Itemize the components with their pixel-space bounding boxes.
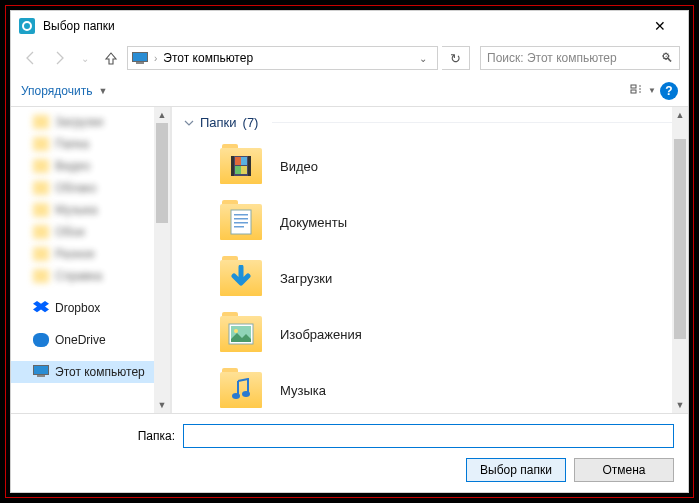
folder-item[interactable]: Музыка (220, 362, 688, 413)
nav-item-blurred[interactable]: Облако (11, 177, 170, 199)
svg-point-3 (639, 88, 641, 90)
nav-item-pc[interactable]: Этот компьютер (11, 361, 170, 383)
group-count: (7) (243, 115, 259, 130)
svg-rect-13 (234, 214, 248, 216)
scrollbar-thumb[interactable] (674, 139, 686, 339)
scrollbar-thumb[interactable] (156, 123, 168, 223)
nav-item-blurred[interactable]: Справка (11, 265, 170, 287)
up-button[interactable] (99, 46, 123, 70)
folder-icon-pictures (220, 316, 262, 352)
folder-item-label: Загрузки (280, 271, 332, 286)
content-pane: Папки (7) ВидеоДокументыЗагрузкиИзображе… (171, 107, 688, 413)
svg-point-2 (639, 85, 641, 87)
organize-label: Упорядочить (21, 84, 92, 98)
nav-item-blurred[interactable]: Загрузки (11, 111, 170, 133)
address-segment[interactable]: Этот компьютер (163, 51, 253, 65)
search-placeholder: Поиск: Этот компьютер (487, 51, 617, 65)
svg-rect-7 (248, 156, 251, 176)
nav-item-dropbox[interactable]: Dropbox (11, 297, 170, 319)
this-pc-icon (33, 365, 49, 379)
svg-rect-9 (241, 157, 247, 165)
nav-item-blurred[interactable]: Обои (11, 221, 170, 243)
select-button-label: Выбор папки (480, 463, 552, 477)
folder-item[interactable]: Загрузки (220, 250, 688, 306)
search-box[interactable]: Поиск: Этот компьютер 🔍︎ (480, 46, 680, 70)
folder-icon (33, 247, 49, 261)
group-header-folders[interactable]: Папки (7) (172, 107, 688, 138)
navigation-pane: ЗагрузкиПапкаВидеоОблакоМузыкаОбоиРазное… (11, 107, 171, 413)
group-label: Папки (200, 115, 237, 130)
nav-item-label: Видео (55, 159, 90, 173)
scroll-up-icon[interactable]: ▲ (154, 107, 170, 123)
nav-scrollbar[interactable]: ▲ ▼ (154, 107, 170, 413)
nav-item-label: OneDrive (55, 333, 106, 347)
svg-rect-14 (234, 218, 248, 220)
nav-item-label: Этот компьютер (55, 365, 145, 379)
nav-item-label: Облако (55, 181, 96, 195)
folder-icon (33, 269, 49, 283)
svg-point-19 (234, 329, 238, 333)
nav-item-blurred[interactable]: Видео (11, 155, 170, 177)
address-dropdown-icon[interactable]: ⌄ (413, 53, 433, 64)
this-pc-icon (132, 52, 148, 64)
close-button[interactable]: ✕ (640, 11, 680, 41)
recent-locations-dropdown[interactable]: ⌄ (75, 53, 95, 64)
window-title: Выбор папки (43, 19, 640, 33)
cancel-button[interactable]: Отмена (574, 458, 674, 482)
folder-icon (33, 137, 49, 151)
folder-icon (33, 181, 49, 195)
search-icon: 🔍︎ (661, 51, 673, 65)
folder-item-label: Музыка (280, 383, 326, 398)
folder-icon (33, 203, 49, 217)
nav-item-label: Обои (55, 225, 85, 239)
folder-item[interactable]: Видео (220, 138, 688, 194)
scroll-up-icon[interactable]: ▲ (672, 107, 688, 123)
organize-menu[interactable]: Упорядочить ▼ (21, 84, 107, 98)
folder-icon-downloads (220, 260, 262, 296)
svg-rect-0 (631, 85, 636, 88)
toolbar: Упорядочить ▼ ▼ ? (11, 75, 688, 107)
folder-name-input[interactable] (183, 424, 674, 448)
address-bar[interactable]: › Этот компьютер ⌄ (127, 46, 438, 70)
folder-item[interactable]: Изображения (220, 306, 688, 362)
folder-icon-video (220, 148, 262, 184)
nav-item-label: Загрузки (55, 115, 103, 129)
select-folder-button[interactable]: Выбор папки (466, 458, 566, 482)
svg-rect-8 (235, 157, 241, 165)
folder-item[interactable]: Документы (220, 194, 688, 250)
svg-rect-11 (241, 166, 247, 174)
forward-button[interactable] (47, 46, 71, 70)
view-options-button[interactable]: ▼ (630, 80, 656, 102)
folder-input-label: Папка: (25, 429, 175, 443)
chevron-right-icon: › (154, 53, 157, 64)
scroll-down-icon[interactable]: ▼ (672, 397, 688, 413)
help-button[interactable]: ? (660, 82, 678, 100)
svg-rect-16 (234, 226, 244, 228)
dialog-footer: Папка: Выбор папки Отмена (11, 413, 688, 492)
refresh-button[interactable]: ↻ (442, 46, 470, 70)
nav-item-blurred[interactable]: Разное (11, 243, 170, 265)
onedrive-icon (33, 333, 49, 347)
nav-item-blurred[interactable]: Музыка (11, 199, 170, 221)
folder-item-label: Видео (280, 159, 318, 174)
content-scrollbar[interactable]: ▲ ▼ (672, 107, 688, 413)
back-button[interactable] (19, 46, 43, 70)
app-icon (19, 18, 35, 34)
nav-item-label: Разное (55, 247, 95, 261)
svg-point-4 (639, 91, 641, 93)
close-icon: ✕ (654, 18, 666, 34)
nav-item-label: Справка (55, 269, 102, 283)
nav-item-blurred[interactable]: Папка (11, 133, 170, 155)
folder-icon-music (220, 372, 262, 408)
nav-item-onedrive[interactable]: OneDrive (11, 329, 170, 351)
folder-icon (33, 159, 49, 173)
svg-rect-6 (231, 156, 234, 176)
folder-icon-docs (220, 204, 262, 240)
svg-rect-1 (631, 90, 636, 93)
scroll-down-icon[interactable]: ▼ (154, 397, 170, 413)
svg-rect-15 (234, 222, 248, 224)
nav-item-label: Музыка (55, 203, 97, 217)
folder-icon (33, 115, 49, 129)
dropbox-icon (33, 301, 49, 315)
titlebar: Выбор папки ✕ (11, 11, 688, 41)
